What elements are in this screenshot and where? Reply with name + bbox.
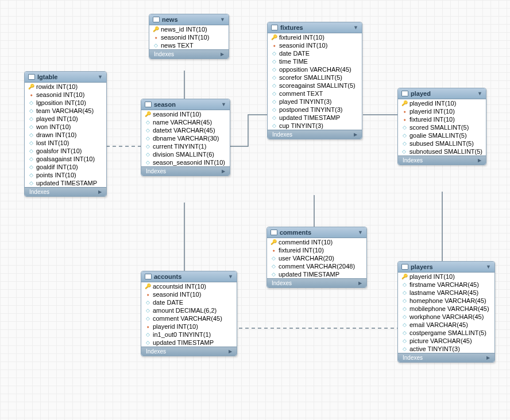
entity-players[interactable]: players ▼ 🔑playerid INT(10)◇firstname VA…	[397, 261, 495, 363]
field-row[interactable]: 🔑accountsid INT(10)	[141, 282, 237, 290]
collapse-icon[interactable]: ▼	[358, 230, 363, 235]
entity-footer[interactable]: Indexes ▶	[398, 353, 494, 362]
field-row[interactable]: ◇lgposition INT(10)	[25, 99, 106, 107]
field-row[interactable]: ◇dbname VARCHAR(30)	[141, 134, 230, 142]
field-row[interactable]: ◇workphone VARCHAR(45)	[398, 313, 494, 321]
field-row[interactable]: 🔑commentid INT(10)	[267, 238, 366, 246]
field-row[interactable]: ◇in1_out0 TINYINT(1)	[141, 330, 237, 339]
collapse-icon[interactable]: ▼	[477, 91, 482, 96]
field-row[interactable]: ◇subused SMALLINT(5)	[398, 139, 486, 147]
field-row[interactable]: ◇amount DECIMAL(6,2)	[141, 306, 237, 314]
entity-fixtures[interactable]: fixtures ▼ 🔑fixtureid INT(10)⬥seasonid I…	[267, 22, 362, 139]
field-row[interactable]: ◇won INT(10)	[25, 123, 106, 131]
field-row[interactable]: ◇team VARCHAR(45)	[25, 107, 106, 115]
field-row[interactable]: ◇points INT(10)	[25, 171, 106, 179]
field-row[interactable]: ◇updated TIMESTAMP	[141, 339, 237, 347]
field-row[interactable]: ◇time TIME	[268, 57, 362, 65]
field-row[interactable]: ◇scoreagainst SMALLINT(5)	[268, 81, 362, 90]
field-row[interactable]: ⬥seasonid INT(10)	[149, 33, 229, 41]
entity-footer[interactable]: Indexes ▶	[398, 155, 486, 165]
field-row[interactable]: 🔑playedid INT(10)	[398, 99, 486, 107]
field-row[interactable]: ◇name VARCHAR(45)	[141, 118, 230, 126]
collapse-icon[interactable]: ▼	[228, 274, 233, 279]
entity-accounts[interactable]: accounts ▼ 🔑accountsid INT(10)⬥seasonid …	[141, 271, 237, 356]
field-row[interactable]: ◇postponed TINYINT(3)	[268, 106, 362, 114]
collapse-icon[interactable]: ▼	[221, 102, 226, 107]
entity-footer[interactable]: Indexes ▶	[141, 347, 237, 356]
field-row[interactable]: ◇active TINYINT(3)	[398, 345, 494, 353]
field-row[interactable]: ◇mobilephone VARCHAR(45)	[398, 305, 494, 313]
field-row[interactable]: ⬥fixtureid INT(10)	[267, 246, 366, 254]
field-row[interactable]: ◇scored SMALLINT(5)	[398, 123, 486, 131]
field-row[interactable]: ◇scorefor SMALLINT(5)	[268, 73, 362, 81]
field-row[interactable]: ◇news TEXT	[149, 41, 229, 49]
entity-footer[interactable]: Indexes ▶	[267, 278, 366, 287]
expand-icon[interactable]: ▶	[222, 169, 225, 174]
field-row[interactable]: ◇goalsfor INT(10)	[25, 147, 106, 155]
expand-icon[interactable]: ▶	[354, 132, 357, 137]
entity-header-fixtures[interactable]: fixtures ▼	[268, 22, 362, 33]
field-row[interactable]: ◇played TINYINT(3)	[268, 98, 362, 106]
field-row[interactable]: ◇lost INT(10)	[25, 139, 106, 147]
field-row[interactable]: ◇division SMALLINT(6)	[141, 150, 230, 158]
field-row[interactable]: ⬥playerid INT(10)	[141, 322, 237, 330]
field-row[interactable]: 🔑rowidx INT(10)	[25, 83, 106, 91]
field-row[interactable]: ◇lastname VARCHAR(45)	[398, 289, 494, 297]
entity-header-season[interactable]: season ▼	[141, 99, 230, 110]
field-row[interactable]: ◇updated TIMESTAMP	[25, 179, 106, 187]
field-row[interactable]: ◇comment VARCHAR(45)	[141, 314, 237, 322]
field-row[interactable]: ⬥seasonid INT(10)	[268, 41, 362, 49]
expand-icon[interactable]: ▶	[486, 355, 490, 360]
expand-icon[interactable]: ▶	[221, 52, 224, 57]
field-row[interactable]: ◇email VARCHAR(45)	[398, 321, 494, 329]
entity-comments[interactable]: comments ▼ 🔑commentid INT(10)⬥fixtureid …	[266, 227, 367, 288]
field-row[interactable]: ◇goaldif INT(10)	[25, 163, 106, 171]
field-row[interactable]: ◇date DATE	[268, 49, 362, 57]
entity-played[interactable]: played ▼ 🔑playedid INT(10)⬥playerid INT(…	[397, 88, 486, 165]
collapse-icon[interactable]: ▼	[486, 264, 491, 270]
field-row[interactable]: ◇datetxt VARCHAR(45)	[141, 126, 230, 134]
entity-header-news[interactable]: news ▼	[149, 14, 229, 25]
field-row[interactable]: ◇date DATE	[141, 298, 237, 306]
field-row[interactable]: 🔑news_id INT(10)	[149, 25, 229, 33]
collapse-icon[interactable]: ▼	[220, 17, 225, 22]
field-row[interactable]: ◇comment VARCHAR(2048)	[267, 262, 366, 270]
field-row[interactable]: ◇picture VARCHAR(45)	[398, 337, 494, 345]
field-row[interactable]: ◇goalsagainst INT(10)	[25, 155, 106, 163]
field-row[interactable]: ⬥seasonid INT(10)	[25, 91, 106, 99]
collapse-icon[interactable]: ▼	[353, 25, 358, 30]
entity-season[interactable]: season ▼ 🔑seasonid INT(10)◇name VARCHAR(…	[141, 99, 230, 176]
field-row[interactable]: ⬥fixtureid INT(10)	[398, 115, 486, 123]
field-row[interactable]: ◇updated TIMESTAMP	[268, 114, 362, 122]
field-row[interactable]: ◇opposition VARCHAR(45)	[268, 65, 362, 73]
entity-header-played[interactable]: played ▼	[398, 88, 486, 99]
field-row[interactable]: ◇current TINYINT(1)	[141, 142, 230, 150]
entity-news[interactable]: news ▼ 🔑news_id INT(10)⬥seasonid INT(10)…	[149, 14, 229, 59]
field-row[interactable]: 🔑seasonid INT(10)	[141, 110, 230, 118]
field-row[interactable]: ◇season_seasonid INT(10)	[141, 158, 230, 166]
field-row[interactable]: ◇subnotused SMALLINT(5)	[398, 147, 486, 155]
field-row[interactable]: ◇firstname VARCHAR(45)	[398, 281, 494, 289]
entity-footer[interactable]: Indexes ▶	[268, 130, 362, 139]
expand-icon[interactable]: ▶	[478, 158, 481, 163]
field-row[interactable]: 🔑playerid INT(10)	[398, 273, 494, 281]
entity-footer[interactable]: Indexes ▶	[141, 166, 230, 176]
entity-header-comments[interactable]: comments ▼	[267, 227, 366, 238]
field-row[interactable]: ◇updated TIMESTAMP	[267, 270, 366, 278]
entity-lgtable[interactable]: lgtable ▼ 🔑rowidx INT(10)⬥seasonid INT(1…	[24, 71, 107, 197]
field-row[interactable]: ⬥playerid INT(10)	[398, 107, 486, 115]
expand-icon[interactable]: ▶	[229, 349, 232, 354]
entity-header-lgtable[interactable]: lgtable ▼	[25, 72, 106, 83]
field-row[interactable]: ◇user VARCHAR(20)	[267, 254, 366, 262]
field-row[interactable]: ⬥seasonid INT(10)	[141, 290, 237, 298]
entity-footer[interactable]: Indexes ▶	[25, 187, 106, 196]
field-row[interactable]: ◇costpergame SMALLINT(5)	[398, 329, 494, 337]
field-row[interactable]: ◇goalie SMALLINT(5)	[398, 131, 486, 139]
field-row[interactable]: 🔑fixtureid INT(10)	[268, 33, 362, 41]
entity-header-accounts[interactable]: accounts ▼	[141, 271, 237, 282]
field-row[interactable]: ◇comment TEXT	[268, 90, 362, 98]
entity-footer[interactable]: Indexes ▶	[149, 49, 229, 59]
expand-icon[interactable]: ▶	[358, 281, 362, 286]
field-row[interactable]: ◇drawn INT(10)	[25, 131, 106, 139]
expand-icon[interactable]: ▶	[98, 189, 102, 195]
